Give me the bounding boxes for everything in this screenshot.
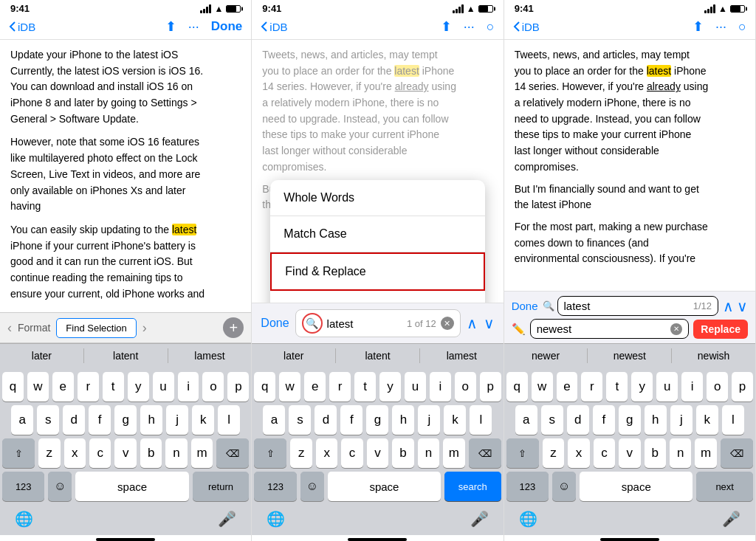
- share-icon-1[interactable]: ⬆: [165, 18, 176, 35]
- key2-t[interactable]: t: [354, 372, 376, 402]
- key3-d[interactable]: d: [567, 405, 589, 435]
- key2-j[interactable]: j: [418, 405, 440, 435]
- key3-next[interactable]: next: [696, 472, 753, 501]
- key3-l[interactable]: l: [722, 405, 744, 435]
- autocomplete-item-3[interactable]: lamest: [168, 348, 252, 363]
- mic-icon-1[interactable]: 🎤: [218, 510, 236, 528]
- add-button[interactable]: +: [223, 317, 244, 338]
- format-label[interactable]: Format: [18, 322, 50, 334]
- search-input-2[interactable]: latest: [327, 317, 402, 330]
- key3-shift[interactable]: ⇧: [506, 438, 539, 468]
- search-clear-2[interactable]: ✕: [441, 317, 454, 330]
- key3-e[interactable]: e: [557, 372, 578, 402]
- replace-clear-button[interactable]: ✕: [670, 323, 682, 335]
- key-u[interactable]: u: [153, 372, 174, 402]
- autocomplete-item-2-3[interactable]: lamest: [420, 348, 504, 363]
- more-icon-2[interactable]: ···: [464, 19, 475, 35]
- nav-back-2[interactable]: iDB: [261, 21, 287, 33]
- key2-space[interactable]: space: [328, 472, 441, 501]
- key3-a[interactable]: a: [515, 405, 537, 435]
- key3-y[interactable]: y: [631, 372, 653, 402]
- key3-o[interactable]: o: [707, 372, 728, 402]
- key-g[interactable]: g: [114, 405, 137, 435]
- key3-s[interactable]: s: [541, 405, 563, 435]
- key2-d[interactable]: d: [315, 405, 337, 435]
- key2-s[interactable]: s: [289, 405, 311, 435]
- key-e[interactable]: e: [52, 372, 74, 402]
- key3-123[interactable]: 123: [506, 472, 549, 501]
- key-j[interactable]: j: [166, 405, 188, 435]
- search-down-arrow-2[interactable]: ∨: [484, 314, 495, 332]
- key-shift[interactable]: ⇧: [2, 438, 35, 468]
- key-k[interactable]: k: [192, 405, 214, 435]
- key-a[interactable]: a: [11, 405, 33, 435]
- key-s[interactable]: s: [37, 405, 59, 435]
- dropdown-find-replace[interactable]: Find & Replace: [270, 252, 484, 291]
- nav-back-3[interactable]: iDB: [513, 21, 540, 33]
- key2-u[interactable]: u: [405, 372, 426, 402]
- key3-q[interactable]: q: [506, 372, 528, 402]
- key-v[interactable]: v: [114, 438, 136, 468]
- key-space[interactable]: space: [75, 472, 188, 501]
- autocomplete-item-2-1[interactable]: later: [252, 348, 336, 363]
- key3-v[interactable]: v: [619, 438, 640, 468]
- key3-u[interactable]: u: [656, 372, 678, 402]
- nav-back-1[interactable]: iDB: [9, 21, 35, 33]
- key2-h[interactable]: h: [392, 405, 414, 435]
- key-n[interactable]: n: [165, 438, 187, 468]
- search-up-arrow-2[interactable]: ∧: [467, 314, 478, 332]
- autocomplete-item-3-2[interactable]: newest: [588, 348, 672, 363]
- autocomplete-item-2-2[interactable]: latent: [336, 348, 420, 363]
- key-r[interactable]: r: [78, 372, 99, 402]
- dropdown-find[interactable]: ✓ Find: [270, 291, 484, 303]
- key3-t[interactable]: t: [606, 372, 628, 402]
- key-emoji[interactable]: ☺: [48, 472, 72, 501]
- key-b[interactable]: b: [140, 438, 162, 468]
- key2-a[interactable]: a: [263, 405, 285, 435]
- key2-search[interactable]: search: [444, 472, 501, 501]
- search-done-2[interactable]: Done: [261, 317, 289, 330]
- key3-delete[interactable]: ⌫: [721, 438, 753, 468]
- globe-icon-3[interactable]: 🌐: [519, 510, 537, 528]
- key2-v[interactable]: v: [367, 438, 388, 468]
- key-d[interactable]: d: [63, 405, 85, 435]
- key2-m[interactable]: m: [443, 438, 464, 468]
- find-down-arrow[interactable]: ∨: [737, 297, 748, 315]
- key3-p[interactable]: p: [732, 372, 753, 402]
- key2-q[interactable]: q: [254, 372, 275, 402]
- key3-n[interactable]: n: [670, 438, 691, 468]
- autocomplete-item-3-3[interactable]: newish: [672, 348, 755, 363]
- dropdown-whole-words[interactable]: Whole Words: [270, 180, 484, 216]
- key2-z[interactable]: z: [290, 438, 312, 468]
- more-icon-1[interactable]: ···: [188, 19, 199, 35]
- done-button-1[interactable]: Done: [211, 19, 243, 34]
- key3-g[interactable]: g: [619, 405, 641, 435]
- key2-r[interactable]: r: [329, 372, 351, 402]
- toolbar-left-arrow[interactable]: ‹: [7, 320, 12, 336]
- key-o[interactable]: o: [202, 372, 224, 402]
- find-done-button[interactable]: Done: [512, 300, 538, 312]
- find-up-arrow[interactable]: ∧: [723, 297, 734, 315]
- key-h[interactable]: h: [140, 405, 162, 435]
- key-delete[interactable]: ⌫: [216, 438, 249, 468]
- find-selection-button[interactable]: Find Selection: [56, 318, 136, 338]
- key-y[interactable]: y: [128, 372, 149, 402]
- key2-delete[interactable]: ⌫: [469, 438, 501, 468]
- key3-emoji[interactable]: ☺: [552, 472, 576, 501]
- key2-f[interactable]: f: [340, 405, 362, 435]
- more-icon-3[interactable]: ···: [715, 19, 726, 35]
- share-icon-2[interactable]: ⬆: [441, 18, 452, 35]
- key2-l[interactable]: l: [470, 405, 492, 435]
- key-w[interactable]: w: [27, 372, 49, 402]
- key3-x[interactable]: x: [568, 438, 589, 468]
- find-input-box[interactable]: latest 1/12: [557, 296, 718, 316]
- autocomplete-item-2[interactable]: latent: [84, 348, 168, 363]
- key3-space[interactable]: space: [580, 472, 693, 501]
- key3-z[interactable]: z: [543, 438, 564, 468]
- key2-shift[interactable]: ⇧: [254, 438, 286, 468]
- key2-p[interactable]: p: [480, 372, 501, 402]
- key3-k[interactable]: k: [696, 405, 718, 435]
- key2-123[interactable]: 123: [254, 472, 296, 501]
- key2-c[interactable]: c: [341, 438, 362, 468]
- key2-k[interactable]: k: [444, 405, 466, 435]
